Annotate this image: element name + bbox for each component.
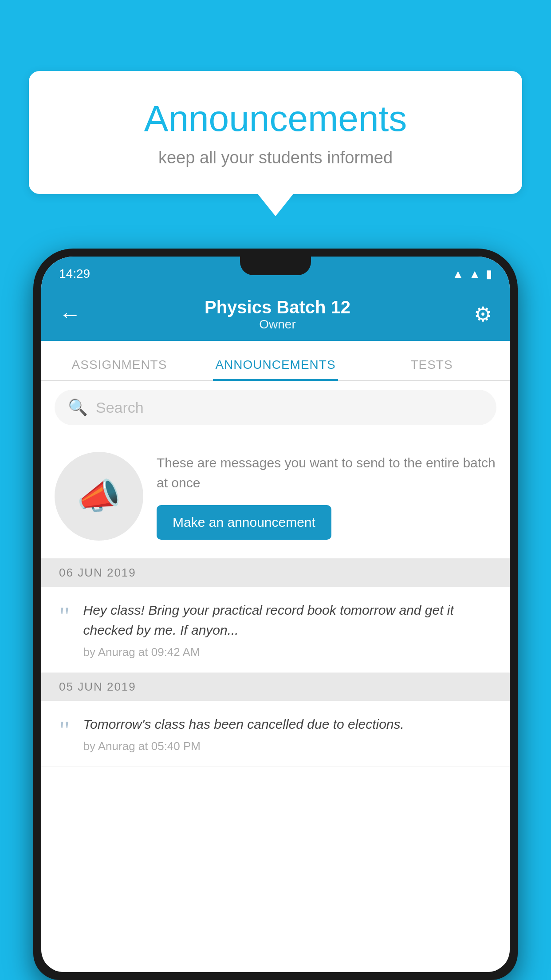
announcement-item-1: " Hey class! Bring your practical record… xyxy=(41,587,510,673)
intro-speech-bubble: Announcements keep all your students inf… xyxy=(29,71,522,216)
content-scroll[interactable]: 🔍 Search 📣 These are messages you want t… xyxy=(41,381,510,972)
make-announcement-button[interactable]: Make an announcement xyxy=(157,505,331,540)
announcement-meta-2: by Anurag at 05:40 PM xyxy=(83,739,492,753)
promo-right: These are messages you want to send to t… xyxy=(157,453,496,540)
speech-bubble-card: Announcements keep all your students inf… xyxy=(29,71,522,194)
announcement-item-2: " Tomorrow's class has been cancelled du… xyxy=(41,701,510,767)
phone-notch xyxy=(240,257,311,275)
phone-frame: 14:29 ▲ ▲ ▮ ← Physics Batch 12 Owner ⚙ A… xyxy=(33,249,518,980)
date-separator-2: 05 JUN 2019 xyxy=(41,673,510,701)
status-time: 14:29 xyxy=(59,267,90,281)
announcement-text-2: Tomorrow's class has been cancelled due … xyxy=(83,714,492,734)
header-subtitle: Owner xyxy=(205,317,350,332)
promo-description: These are messages you want to send to t… xyxy=(157,453,496,493)
search-icon: 🔍 xyxy=(68,398,88,417)
quote-icon-1: " xyxy=(59,600,70,629)
app-header: ← Physics Batch 12 Owner ⚙ xyxy=(41,288,510,341)
tab-assignments[interactable]: ASSIGNMENTS xyxy=(41,358,197,380)
megaphone-circle: 📣 xyxy=(55,452,143,541)
search-placeholder: Search xyxy=(96,399,144,416)
search-container: 🔍 Search xyxy=(41,381,510,434)
settings-icon[interactable]: ⚙ xyxy=(474,302,492,326)
phone-screen: 14:29 ▲ ▲ ▮ ← Physics Batch 12 Owner ⚙ A… xyxy=(41,257,510,972)
announcement-content-2: Tomorrow's class has been cancelled due … xyxy=(83,714,492,753)
back-button[interactable]: ← xyxy=(59,301,81,327)
search-bar[interactable]: 🔍 Search xyxy=(55,390,496,425)
tab-tests[interactable]: TESTS xyxy=(354,358,510,380)
promo-card: 📣 These are messages you want to send to… xyxy=(41,434,510,559)
quote-icon-2: " xyxy=(59,714,70,743)
announcement-content-1: Hey class! Bring your practical record b… xyxy=(83,600,492,659)
battery-icon: ▮ xyxy=(486,267,492,281)
tabs-bar: ASSIGNMENTS ANNOUNCEMENTS TESTS xyxy=(41,341,510,381)
bubble-title: Announcements xyxy=(64,98,487,139)
signal-icon: ▲ xyxy=(469,267,480,281)
date-separator-1: 06 JUN 2019 xyxy=(41,559,510,587)
status-icons: ▲ ▲ ▮ xyxy=(453,267,492,281)
announcement-text-1: Hey class! Bring your practical record b… xyxy=(83,600,492,640)
tab-announcements[interactable]: ANNOUNCEMENTS xyxy=(197,358,354,380)
announcement-meta-1: by Anurag at 09:42 AM xyxy=(83,645,492,659)
bubble-subtitle: keep all your students informed xyxy=(64,148,487,167)
header-title: Physics Batch 12 xyxy=(205,297,350,317)
header-center: Physics Batch 12 Owner xyxy=(205,297,350,332)
speech-bubble-tail xyxy=(258,194,293,216)
wifi-icon: ▲ xyxy=(453,267,464,281)
megaphone-icon: 📣 xyxy=(77,475,121,517)
